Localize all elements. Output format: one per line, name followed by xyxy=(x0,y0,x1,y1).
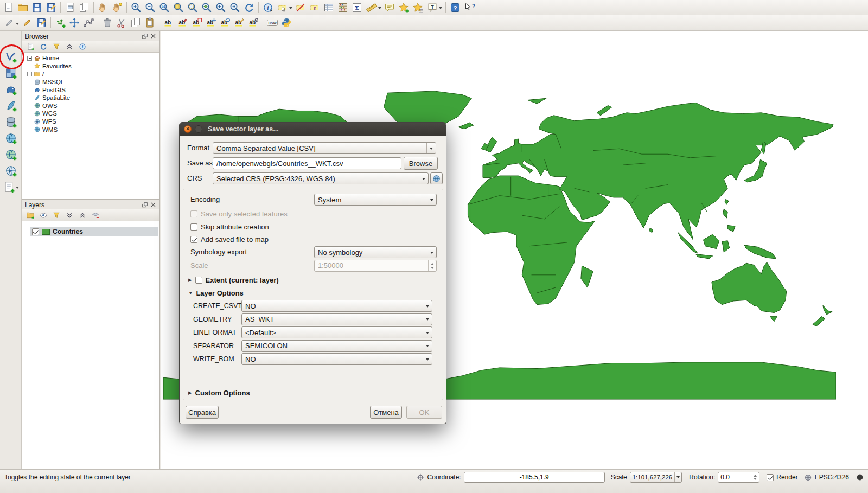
browser-item-ows[interactable]: OWS xyxy=(22,102,159,110)
spin-arrows[interactable] xyxy=(428,260,436,271)
save-project-as-button[interactable] xyxy=(44,1,58,14)
zoom-native-button[interactable]: 1:1 xyxy=(157,1,171,14)
delete-selected-button[interactable] xyxy=(100,16,114,30)
pan-map-button[interactable] xyxy=(96,1,110,14)
select-by-expression-button[interactable]: ε xyxy=(308,1,322,14)
python-console-button[interactable] xyxy=(279,16,293,30)
symbology-combo[interactable]: No symbology xyxy=(314,246,437,258)
format-combo[interactable]: Comma Separated Value [CSV] xyxy=(213,142,436,154)
node-tool-button[interactable] xyxy=(81,16,95,30)
map-tips-button[interactable] xyxy=(382,1,397,14)
browser-item-postgis[interactable]: PostGIS xyxy=(22,86,159,94)
browser-item-wms[interactable]: WMS xyxy=(22,125,159,133)
zoom-to-layer-button[interactable] xyxy=(200,1,214,14)
add-spatialite-layer-button[interactable] xyxy=(3,98,18,113)
refresh-browser-button[interactable] xyxy=(37,41,49,52)
move-feature-button[interactable] xyxy=(67,16,81,30)
rotation-input[interactable] xyxy=(718,472,751,482)
show-pinned-labels-button[interactable]: ab xyxy=(190,16,204,30)
collapse-tree-button[interactable] xyxy=(63,41,75,52)
scale-spinbox[interactable]: 1:50000 xyxy=(314,260,437,272)
layer-visibility-checkbox[interactable] xyxy=(32,228,39,235)
text-annotation-button[interactable]: T xyxy=(425,1,443,14)
rotate-label-button[interactable]: ab xyxy=(218,16,232,30)
expander-icon[interactable] xyxy=(27,56,32,61)
composer-manager-button[interactable] xyxy=(77,1,91,14)
geometry-combo[interactable]: AS_WKT xyxy=(241,313,432,325)
extent-checkbox[interactable] xyxy=(195,277,202,284)
browser-item-home[interactable]: Home xyxy=(22,54,159,62)
add-postgis-layer-button[interactable] xyxy=(3,82,18,97)
move-label-button[interactable]: ab xyxy=(204,16,218,30)
copy-features-button[interactable] xyxy=(129,16,143,30)
add-mssql-layer-button[interactable] xyxy=(3,114,18,129)
spin-arrows[interactable] xyxy=(751,472,759,482)
lineformat-combo[interactable]: <Default> xyxy=(241,326,432,338)
add-vector-layer-button[interactable] xyxy=(3,49,18,64)
expander-icon[interactable] xyxy=(27,72,32,76)
close-icon[interactable]: × xyxy=(184,125,192,133)
labeling-options-button[interactable]: ab xyxy=(162,16,176,30)
undock-panel-button[interactable] xyxy=(141,33,148,40)
new-print-composer-button[interactable] xyxy=(63,1,77,14)
close-panel-button[interactable] xyxy=(150,33,157,40)
add-wfs-layer-button[interactable]: W xyxy=(3,163,18,178)
expand-all-button[interactable] xyxy=(63,210,75,220)
measure-button[interactable] xyxy=(364,1,382,14)
create-csvt-combo[interactable]: NO xyxy=(241,300,432,312)
layer-item-countries[interactable]: Countries xyxy=(30,227,158,236)
change-label-button[interactable]: ab xyxy=(232,16,246,30)
extent-section-header[interactable]: ▶ Extent (current: layer) xyxy=(188,275,279,285)
skip-attribute-checkbox[interactable] xyxy=(190,223,197,231)
write-bom-combo[interactable]: NO xyxy=(241,353,432,365)
add-group-button[interactable] xyxy=(24,210,36,220)
properties-info-button[interactable]: i xyxy=(76,41,88,52)
browser-item-wcs[interactable]: WCS xyxy=(22,110,159,118)
remove-layer-button[interactable] xyxy=(90,210,101,220)
crs-select-button[interactable] xyxy=(430,172,443,184)
open-attribute-table-button[interactable] xyxy=(322,1,336,14)
save-layer-edits-button[interactable] xyxy=(34,16,48,30)
add-raster-layer-button[interactable] xyxy=(3,66,18,80)
message-log-icon[interactable] xyxy=(856,473,864,481)
save-as-input[interactable] xyxy=(213,157,401,169)
pan-to-selection-button[interactable] xyxy=(110,1,124,14)
refresh-button[interactable] xyxy=(242,1,256,14)
browser-item-[interactable]: / xyxy=(22,70,159,78)
undock-panel-button[interactable] xyxy=(141,201,148,208)
dialog-titlebar[interactable]: × Save vector layer as... xyxy=(180,123,446,136)
ok-button[interactable]: OK xyxy=(406,406,442,419)
rotation-spinbox[interactable] xyxy=(718,472,760,483)
select-features-button[interactable] xyxy=(275,1,293,14)
zoom-last-button[interactable] xyxy=(214,1,228,14)
csw-search-button[interactable]: CSW xyxy=(265,16,279,30)
add-wms-layer-button[interactable] xyxy=(3,131,18,145)
deselect-features-button[interactable] xyxy=(293,1,308,14)
new-project-button[interactable] xyxy=(2,1,16,14)
encoding-combo[interactable]: System xyxy=(314,194,437,206)
whats-this-button[interactable]: ? xyxy=(462,1,476,14)
add-feature-button[interactable] xyxy=(53,16,67,30)
add-selected-layers-button[interactable] xyxy=(24,41,36,52)
zoom-in-button[interactable] xyxy=(129,1,143,14)
filter-browser-button[interactable] xyxy=(50,41,62,52)
label-properties-button[interactable]: ab xyxy=(246,16,260,30)
browser-item-wfs[interactable]: WWFS xyxy=(22,118,159,126)
save-only-selected-checkbox[interactable] xyxy=(190,210,197,217)
custom-options-section-header[interactable]: ▶ Custom Options xyxy=(188,388,250,398)
statistical-summary-button[interactable]: Σ xyxy=(350,1,364,14)
add-wcs-layer-button[interactable] xyxy=(3,147,18,162)
browser-item-mssql[interactable]: MSSQL xyxy=(22,78,159,86)
collapse-all-button[interactable] xyxy=(76,210,88,220)
help-contents-button[interactable]: ? xyxy=(448,1,462,14)
zoom-out-button[interactable] xyxy=(143,1,157,14)
browser-item-spatialite[interactable]: SpatiaLite xyxy=(22,94,159,102)
browse-button[interactable]: Browse xyxy=(404,157,438,170)
close-panel-button[interactable] xyxy=(150,201,157,208)
layer-options-section-header[interactable]: ▼ Layer Options xyxy=(188,288,244,298)
new-layer-button[interactable] xyxy=(3,180,18,194)
paste-features-button[interactable] xyxy=(143,16,157,30)
show-bookmarks-button[interactable] xyxy=(411,1,425,14)
help-button[interactable]: Справка xyxy=(186,406,219,419)
separator-combo[interactable]: SEMICOLON xyxy=(241,340,432,352)
